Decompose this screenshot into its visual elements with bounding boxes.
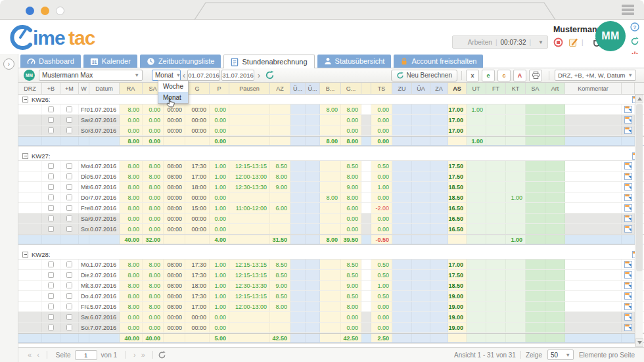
col-header-sa2[interactable]: SA xyxy=(526,83,545,94)
export-csv-icon[interactable]: c xyxy=(497,70,511,81)
day-detail-icon[interactable] xyxy=(624,215,632,222)
row-select-checkbox[interactable] xyxy=(48,127,54,133)
col-header-pausen[interactable]: Pausen xyxy=(229,83,270,94)
window-minimize-button[interactable] xyxy=(41,7,49,15)
col-header-p[interactable]: P xyxy=(210,83,229,94)
row-select-checkbox[interactable] xyxy=(66,184,72,190)
col-header-b2[interactable]: B... xyxy=(320,83,341,94)
col-header-blank[interactable] xyxy=(361,83,371,94)
day-detail-icon[interactable] xyxy=(624,116,632,124)
export-pdf-icon[interactable]: A xyxy=(513,70,526,81)
scroll-up-icon[interactable] xyxy=(635,95,643,103)
day-detail-icon[interactable] xyxy=(624,194,632,201)
row-select-checkbox[interactable] xyxy=(66,304,72,309)
row-select-checkbox[interactable] xyxy=(48,215,54,221)
row-select-checkbox[interactable] xyxy=(48,304,54,309)
tab-account-freischalten[interactable]: Account freischalten xyxy=(394,55,483,68)
day-detail-icon[interactable] xyxy=(624,282,632,289)
tab-dashboard[interactable]: Dashboard xyxy=(20,55,81,68)
col-header-ft[interactable]: FT xyxy=(486,83,506,94)
row-select-checkbox[interactable] xyxy=(66,117,72,123)
col-header-ue2[interactable]: Ü... xyxy=(306,83,320,94)
col-header-ra[interactable]: RA xyxy=(120,83,143,94)
print-icon[interactable] xyxy=(529,70,542,81)
row-select-checkbox[interactable] xyxy=(48,283,54,288)
row-select-checkbox[interactable] xyxy=(66,215,72,221)
col-header-pb[interactable]: +B xyxy=(42,83,60,94)
export-excel-icon[interactable]: x xyxy=(466,70,479,81)
day-detail-icon[interactable] xyxy=(624,271,632,279)
row-select-checkbox[interactable] xyxy=(48,106,54,112)
refresh-icon[interactable] xyxy=(265,70,275,80)
vertical-scrollbar[interactable] xyxy=(635,95,643,347)
row-select-checkbox[interactable] xyxy=(48,272,54,278)
col-header-zu[interactable]: ZU xyxy=(392,83,412,94)
collapse-icon[interactable] xyxy=(22,252,28,258)
row-select-checkbox[interactable] xyxy=(66,106,72,112)
collapse-icon[interactable] xyxy=(22,153,28,159)
window-zoom-button[interactable] xyxy=(56,7,64,15)
day-detail-icon[interactable] xyxy=(624,127,632,134)
row-select-checkbox[interactable] xyxy=(66,226,72,232)
stop-tracking-icon[interactable] xyxy=(553,37,563,47)
user-select[interactable]: Mustermann Max▼ xyxy=(39,70,143,81)
day-detail-icon[interactable] xyxy=(624,106,632,113)
period-option-woche[interactable]: Woche xyxy=(158,81,188,92)
pager-refresh-icon[interactable] xyxy=(158,351,166,359)
next-period-icon[interactable]: › xyxy=(258,72,260,79)
page-size-select[interactable]: 50▼ xyxy=(547,350,574,360)
first-page-icon[interactable]: « xyxy=(28,351,32,359)
visible-columns-select[interactable]: DRZ, +B, +M, W, Datum, RA,▼ xyxy=(555,70,636,81)
row-select-checkbox[interactable] xyxy=(66,173,72,179)
help-icon[interactable]: ? xyxy=(630,22,639,34)
user-avatar[interactable]: MM xyxy=(595,21,626,51)
row-select-checkbox[interactable] xyxy=(48,325,54,330)
browser-menu-icon[interactable] xyxy=(622,5,634,16)
col-header-ua[interactable]: ÜA xyxy=(412,83,430,94)
day-detail-icon[interactable] xyxy=(624,313,632,321)
day-detail-icon[interactable] xyxy=(624,292,632,300)
col-header-kommentar[interactable]: Kommentar xyxy=(565,83,622,94)
row-select-checkbox[interactable] xyxy=(48,261,54,267)
row-select-checkbox[interactable] xyxy=(66,283,72,288)
col-header-geh[interactable]: G xyxy=(185,83,210,94)
row-select-checkbox[interactable] xyxy=(48,184,54,190)
col-header-ts[interactable]: TS xyxy=(371,83,392,94)
row-select-checkbox[interactable] xyxy=(66,205,72,211)
row-select-checkbox[interactable] xyxy=(66,127,72,133)
next-page-icon[interactable]: › xyxy=(133,351,136,359)
recalculate-button[interactable]: Neu Berechnen xyxy=(391,70,458,81)
reload-icon[interactable] xyxy=(630,37,639,49)
col-header-ut[interactable]: UT xyxy=(467,83,486,94)
edit-booking-icon[interactable] xyxy=(568,37,578,47)
date-to-field[interactable]: 31.07.2016 xyxy=(221,70,254,81)
row-select-checkbox[interactable] xyxy=(66,314,72,320)
prev-page-icon[interactable]: ‹ xyxy=(37,351,39,359)
col-header-za[interactable]: ZA xyxy=(430,83,448,94)
page-number-input[interactable]: 1 xyxy=(75,350,97,360)
row-select-checkbox[interactable] xyxy=(48,194,54,200)
expand-panel-icon[interactable]: › xyxy=(3,58,14,70)
day-detail-icon[interactable] xyxy=(624,183,632,191)
row-select-checkbox[interactable] xyxy=(66,325,72,330)
prev-period-icon[interactable]: ‹ xyxy=(183,72,185,79)
row-select-checkbox[interactable] xyxy=(66,163,72,169)
col-header-art[interactable]: Art xyxy=(545,83,565,94)
row-select-checkbox[interactable] xyxy=(48,117,54,123)
row-select-checkbox[interactable] xyxy=(48,226,54,232)
day-detail-icon[interactable] xyxy=(624,173,632,180)
window-close-button[interactable] xyxy=(26,7,34,15)
row-select-checkbox[interactable] xyxy=(66,293,72,299)
col-header-kt[interactable]: KT xyxy=(506,83,526,94)
row-select-checkbox[interactable] xyxy=(48,293,54,299)
col-header-g2[interactable]: G... xyxy=(341,83,361,94)
row-select-checkbox[interactable] xyxy=(48,173,54,179)
col-header-pm[interactable]: +M xyxy=(60,83,79,94)
day-detail-icon[interactable] xyxy=(624,261,632,268)
scrollbar-thumb[interactable] xyxy=(636,104,643,271)
day-detail-icon[interactable] xyxy=(624,225,632,233)
tab-zeitbuchungsliste[interactable]: Zeitbuchungsliste xyxy=(140,55,221,68)
col-header-ue1[interactable]: Ü... xyxy=(290,83,306,94)
scroll-down-icon[interactable] xyxy=(635,338,643,347)
work-status-bar[interactable]: Arbeiten | 00:07:32 | ▼ xyxy=(452,35,548,49)
